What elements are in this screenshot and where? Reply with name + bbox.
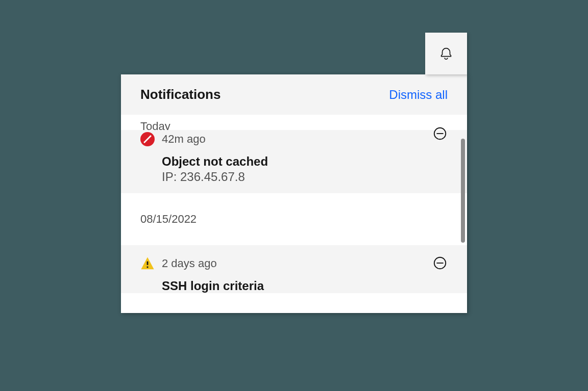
notification-item[interactable]: 42m ago Object not cached IP: 236.45.67.… bbox=[121, 130, 467, 193]
notification-title: SSH login criteria bbox=[162, 279, 448, 293]
section-label-date: 08/15/2022 bbox=[121, 204, 467, 234]
svg-rect-5 bbox=[147, 267, 149, 268]
notifications-bell-button[interactable] bbox=[425, 33, 467, 74]
dismiss-notification-button[interactable] bbox=[432, 255, 448, 271]
notification-title: Object not cached bbox=[162, 154, 448, 169]
scrollbar-thumb[interactable] bbox=[461, 139, 465, 243]
notifications-header: Notifications Dismiss all bbox=[121, 74, 467, 115]
bell-icon bbox=[438, 46, 454, 61]
subtract-icon bbox=[432, 126, 448, 141]
notification-time: 42m ago bbox=[162, 133, 206, 146]
warning-icon bbox=[140, 256, 155, 271]
subtract-icon bbox=[432, 255, 448, 271]
error-icon bbox=[140, 132, 155, 146]
divider bbox=[121, 193, 467, 204]
notification-item[interactable]: 2 days ago SSH login criteria bbox=[121, 245, 467, 293]
notifications-title: Notifications bbox=[140, 87, 220, 102]
divider bbox=[121, 234, 467, 245]
notification-subtitle: IP: 236.45.67.8 bbox=[162, 170, 448, 184]
notification-time: 2 days ago bbox=[162, 257, 217, 270]
svg-rect-4 bbox=[147, 262, 149, 265]
notifications-panel: Notifications Dismiss all Today 42m ago … bbox=[121, 74, 467, 313]
dismiss-all-button[interactable]: Dismiss all bbox=[389, 88, 448, 102]
dismiss-notification-button[interactable] bbox=[432, 126, 448, 141]
